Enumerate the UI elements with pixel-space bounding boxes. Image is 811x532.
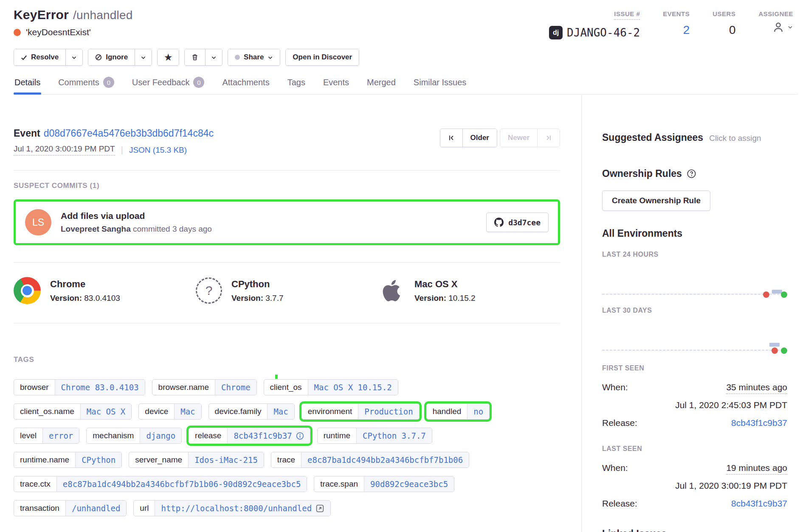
avatar: LS (25, 209, 51, 235)
click-to-assign-hint[interactable]: Click to assign (709, 134, 761, 143)
suggested-assignees-heading: Suggested Assignees (602, 132, 703, 143)
info-icon[interactable] (296, 432, 304, 440)
delete-button[interactable] (185, 49, 205, 65)
event-id-link[interactable]: d08d7667e4a5476eb3b3db6d7f14c84c (44, 128, 214, 139)
mute-icon (95, 54, 102, 61)
tag-value-link[interactable]: Mac (267, 404, 294, 419)
tag-value-link[interactable]: /unhandled (65, 501, 126, 516)
tag-value-link[interactable]: Mac OS X (80, 404, 132, 419)
resolve-button[interactable]: Resolve (14, 49, 65, 65)
last-30-days-sparkline (602, 314, 787, 355)
newer-event-button: Newer (500, 129, 537, 147)
help-circle-icon[interactable] (687, 169, 696, 179)
event-json-link[interactable]: JSON (15.3 KB) (129, 146, 187, 155)
tag-value-link[interactable]: http://localhost:8000/unhandled (155, 501, 330, 516)
commit-sha-button[interactable]: d3d7cee (486, 213, 549, 232)
tag-value-link[interactable]: django (140, 428, 181, 443)
tag-value-link[interactable]: Idos-iMac-215 (188, 452, 264, 468)
tag-value-link[interactable]: Mac OS X 10.15.2 (308, 380, 398, 395)
feedback-count-badge: 0 (193, 77, 204, 88)
context-name: Mac OS X (414, 279, 476, 290)
event-datetime: Jul 1, 2020 3:00:19 PM PDT (14, 144, 115, 156)
tab-similar-issues[interactable]: Similar Issues (413, 77, 467, 94)
first-seen-relative: 35 minutes ago (726, 382, 787, 394)
resolve-dropdown-button[interactable] (65, 49, 82, 65)
share-status-dot-icon (235, 55, 240, 60)
tag-value-link[interactable]: Mac (174, 404, 201, 419)
tag-device: deviceMac (138, 403, 201, 420)
first-seen-release-link[interactable]: 8cb43f1c9b37 (731, 418, 787, 428)
tag-browser-name: browser.nameChrome (152, 379, 257, 395)
older-event-button[interactable]: Older (462, 129, 497, 147)
ignore-dropdown-button[interactable] (135, 49, 152, 65)
issue-header: KeyError/unhandled 'keyDoesntExist' ISSU… (0, 0, 811, 95)
chrome-icon (14, 277, 41, 304)
context-version: 10.15.2 (448, 294, 475, 302)
tab-attachments[interactable]: Attachments (221, 77, 270, 94)
commit-meta: committed 3 days ago (131, 224, 212, 233)
unknown-runtime-icon: ? (196, 277, 222, 304)
tab-comments[interactable]: Comments0 (57, 77, 115, 94)
bookmark-star-button[interactable]: ★ (158, 49, 179, 65)
delete-dropdown-button[interactable] (205, 49, 222, 65)
create-ownership-rule-button[interactable]: Create Ownership Rule (602, 190, 710, 211)
last-seen-release-link[interactable]: 8cb43f1c9b37 (731, 498, 787, 509)
tag-value-link[interactable]: CPython (75, 452, 121, 468)
tag-value-link[interactable]: e8c87ba1dc494bb2a4346bcfbf7b1b06-90d892c… (56, 476, 307, 492)
chevron-down-icon (268, 55, 273, 60)
open-in-discover-button[interactable]: Open in Discover (286, 49, 359, 65)
commit-message: Add files via upload (61, 211, 212, 221)
tab-events[interactable]: Events (322, 77, 350, 94)
tag-value-link[interactable]: Chrome 83.0.4103 (55, 380, 145, 395)
context-version: 83.0.4103 (84, 294, 120, 302)
person-icon (772, 21, 785, 34)
suspect-commit-highlight: LS Add files via upload Lovepreet Sangha… (14, 199, 560, 245)
tag-value-link[interactable]: CPython 3.7.7 (356, 428, 432, 443)
sparkline-baseline (602, 294, 787, 295)
tag-value-link[interactable]: 8cb43f1c9b37 (227, 428, 310, 443)
tag-value-link[interactable]: Production (358, 404, 419, 419)
chevron-down-icon (211, 55, 217, 60)
tab-merged[interactable]: Merged (366, 77, 397, 94)
skip-to-last-button (537, 129, 560, 147)
tag-runtime-name: runtime.nameCPython (14, 452, 122, 468)
assignee-label: ASSIGNEE (758, 10, 793, 17)
external-link-icon[interactable] (315, 504, 324, 513)
red-dot-marker (772, 347, 778, 354)
issue-sidebar: Suggested Assignees Click to assign Owne… (582, 95, 811, 532)
tab-details[interactable]: Details (14, 77, 41, 94)
tag-value-link[interactable]: Chrome (215, 380, 256, 395)
tab-user-feedback[interactable]: User Feedback0 (131, 77, 206, 94)
ignore-button[interactable]: Ignore (88, 49, 135, 65)
issue-culprit-path: /unhandled (73, 8, 133, 22)
last-30-days-label: LAST 30 DAYS (602, 307, 787, 314)
event-label: Event (14, 128, 40, 139)
tag-browser: browserChrome 83.0.4103 (14, 379, 145, 395)
chevron-down-icon (141, 55, 146, 60)
tag-trace-span: trace.span90d892c9eace3bc5 (314, 476, 454, 492)
linked-issues-heading: Linked Issues (602, 528, 787, 532)
tag-value-link[interactable]: error (42, 428, 79, 443)
tag-client-os: client_osMac OS X 10.15.2 (264, 379, 398, 395)
first-event-button[interactable] (440, 129, 462, 147)
ownership-rules-heading: Ownership Rules (602, 168, 682, 179)
tags-heading: TAGS (14, 356, 560, 364)
share-button[interactable]: Share (228, 49, 280, 65)
tag-value-link[interactable]: e8c87ba1dc494bb2a4346bcfbf7b1b06 (301, 452, 469, 468)
context-runtime: ? CPython Version: 3.7.7 (196, 277, 378, 304)
events-count[interactable]: 2 (683, 23, 690, 37)
assignee-dropdown[interactable] (772, 21, 793, 34)
users-count[interactable]: 0 (729, 23, 736, 37)
tab-tags[interactable]: Tags (287, 77, 306, 94)
tag-value-link[interactable]: 90d892c9eace3bc5 (364, 476, 454, 492)
last-24-hours-sparkline (602, 258, 787, 299)
sparkline-baseline (602, 350, 787, 351)
tag-transaction: transaction/unhandled (14, 500, 127, 516)
users-label: USERS (712, 10, 735, 17)
tag-server-name: server_nameIdos-iMac-215 (129, 452, 264, 468)
last-seen-datetime: Jul 1, 2020 3:00:19 PM PDT (602, 481, 787, 491)
all-environments-heading: All Environments (602, 228, 787, 239)
tag-value-link[interactable]: no (467, 404, 489, 419)
commit-author: Lovepreet Sangha (61, 224, 131, 233)
tag-trace-ctx: trace.ctxe8c87ba1dc494bb2a4346bcfbf7b1b0… (14, 476, 307, 492)
